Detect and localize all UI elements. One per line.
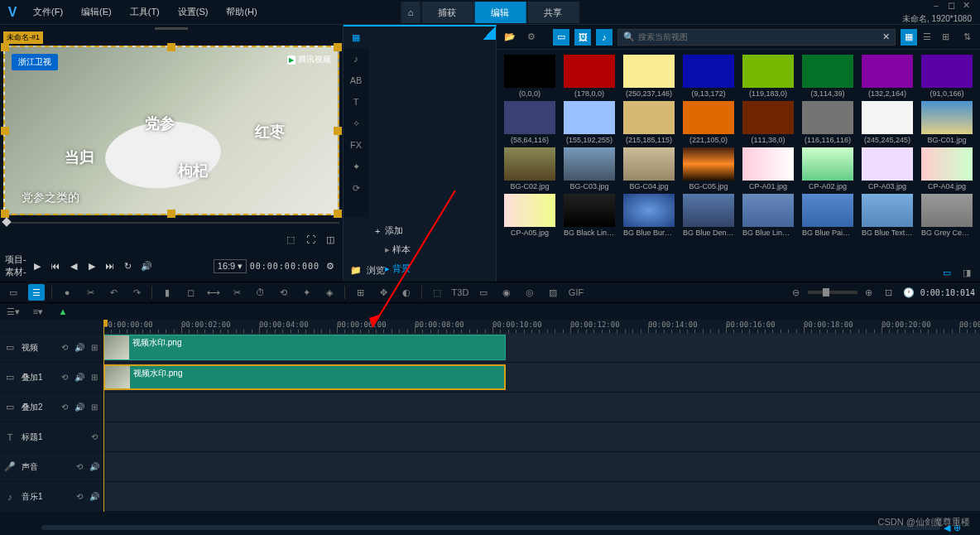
3d-icon[interactable]: T3D bbox=[452, 284, 468, 301]
library-item[interactable]: BG Blue Linen.j... bbox=[740, 194, 796, 237]
effect-icon[interactable]: ✦ bbox=[298, 284, 315, 301]
trim-icon[interactable]: ⟷ bbox=[205, 284, 222, 301]
mute-icon[interactable]: 🔊 bbox=[74, 342, 85, 354]
library-item[interactable]: CP-A01.jpg bbox=[740, 147, 796, 190]
library-item[interactable]: (91,0,166) bbox=[919, 55, 975, 98]
library-item[interactable]: BG Blue Textur... bbox=[859, 194, 915, 237]
select-icon[interactable]: ◻ bbox=[182, 284, 199, 301]
tools-icon[interactable]: ✂ bbox=[82, 284, 98, 301]
library-item[interactable]: BG-C03.jpg bbox=[561, 147, 617, 190]
resize-handle[interactable] bbox=[167, 43, 175, 51]
lock-icon[interactable]: ⟲ bbox=[59, 372, 70, 383]
step-back-button[interactable]: ◀ bbox=[66, 258, 81, 273]
split-icon[interactable]: ◫ bbox=[323, 232, 338, 247]
timeline-icon[interactable]: ☰ bbox=[28, 284, 45, 301]
playhead[interactable] bbox=[103, 320, 104, 512]
marker-icon[interactable]: ▮ bbox=[159, 284, 175, 301]
settings-icon[interactable]: ⚙ bbox=[323, 258, 338, 273]
speed-icon[interactable]: ⏱ bbox=[252, 284, 268, 301]
library-item[interactable]: (132,2,164) bbox=[859, 55, 915, 98]
tab-path-icon[interactable]: ⟳ bbox=[343, 177, 368, 199]
pan-icon[interactable]: ✥ bbox=[375, 284, 392, 301]
library-item[interactable]: BG-C02.jpg bbox=[502, 147, 558, 190]
transition-icon[interactable]: ◈ bbox=[321, 284, 338, 301]
lock-icon[interactable]: ⟲ bbox=[89, 431, 100, 443]
close-button[interactable]: ✕ bbox=[960, 0, 972, 12]
search-input[interactable]: 🔍 ✕ bbox=[617, 29, 896, 46]
zoom-in-icon[interactable]: ⊕ bbox=[861, 284, 877, 301]
scrubber[interactable] bbox=[3, 219, 339, 227]
redo-icon[interactable]: ↷ bbox=[128, 284, 145, 301]
crop-icon[interactable]: ⬚ bbox=[429, 284, 445, 301]
zoom-out-icon[interactable]: ⊖ bbox=[788, 284, 805, 301]
filter-video-icon[interactable]: ▭ bbox=[553, 29, 569, 46]
minimize-button[interactable]: − bbox=[930, 0, 942, 12]
library-item[interactable]: (155,192,255) bbox=[561, 101, 617, 144]
loop-button[interactable]: ↻ bbox=[121, 258, 136, 273]
resize-handle[interactable] bbox=[167, 210, 175, 218]
library-item[interactable]: (58,64,116) bbox=[502, 101, 558, 144]
storyboard-icon[interactable]: ▭ bbox=[5, 284, 22, 301]
resize-handle[interactable] bbox=[1, 127, 9, 135]
tab-share[interactable]: 共享 bbox=[526, 1, 579, 24]
clip-video[interactable]: 视频水印.png bbox=[103, 335, 506, 360]
library-item[interactable]: CP-A05.jpg bbox=[502, 194, 558, 237]
library-item[interactable]: (119,183,0) bbox=[740, 55, 796, 98]
resize-handle[interactable] bbox=[334, 127, 342, 135]
clip-overlay[interactable]: 视频水印.png bbox=[103, 364, 506, 390]
panel-toggle-icon[interactable]: ◨ bbox=[958, 264, 975, 281]
step-fwd-button[interactable]: ▶ bbox=[84, 258, 99, 273]
library-item[interactable]: BG Blue Burst.j... bbox=[621, 194, 677, 237]
track-menu-icon[interactable]: ☰▾ bbox=[5, 303, 22, 320]
library-item[interactable]: BG Blue Paint.j... bbox=[800, 194, 856, 237]
menu-edit[interactable]: 编辑(E) bbox=[73, 1, 120, 23]
tree-background[interactable]: 背景 bbox=[372, 259, 492, 278]
pin-icon[interactable] bbox=[483, 27, 496, 40]
menu-settings[interactable]: 设置(S) bbox=[170, 1, 217, 23]
library-item[interactable]: BG Blue Denim... bbox=[680, 194, 737, 237]
lock-icon[interactable]: ⟲ bbox=[74, 461, 85, 473]
prev-button[interactable]: ⏮ bbox=[48, 258, 63, 273]
filter-image-icon[interactable]: 🖼 bbox=[574, 29, 591, 46]
library-item[interactable]: (245,245,245) bbox=[859, 101, 915, 144]
library-item[interactable]: BG-C04.jpg bbox=[621, 147, 677, 190]
view-detail-icon[interactable]: ⊞ bbox=[937, 29, 954, 46]
tree-sample[interactable]: 样本 bbox=[372, 240, 492, 259]
library-item[interactable]: (0,0,0) bbox=[502, 55, 558, 98]
library-item[interactable]: (250,237,146) bbox=[621, 55, 677, 98]
library-item[interactable]: BG-C05.jpg bbox=[680, 147, 737, 190]
split-icon[interactable]: ✂ bbox=[228, 284, 245, 301]
tab-fx-icon[interactable]: FX bbox=[343, 134, 368, 156]
grid-icon[interactable]: ⊞ bbox=[89, 342, 100, 354]
lock-icon[interactable]: ⟲ bbox=[59, 342, 70, 354]
track-title1-header[interactable]: T 标题1 ⟲ bbox=[0, 422, 103, 452]
crop-icon[interactable]: ⬚ bbox=[283, 232, 298, 247]
library-item[interactable]: (221,105,0) bbox=[680, 101, 737, 144]
library-item[interactable]: BG-C01.jpg bbox=[919, 101, 975, 144]
play-button[interactable]: ▶ bbox=[30, 258, 45, 273]
tab-capture[interactable]: 捕获 bbox=[420, 1, 473, 24]
gif-icon[interactable]: GIF bbox=[568, 284, 584, 301]
library-item[interactable]: BG Grey Ceme... bbox=[919, 194, 975, 237]
mute-icon[interactable]: 🔊 bbox=[89, 491, 100, 503]
library-item[interactable]: (3,114,39) bbox=[800, 55, 856, 98]
preview-viewport[interactable]: 浙江卫视 腾讯视频 党参 红枣 当归 枸杞 党参之类的 bbox=[3, 46, 339, 215]
next-button[interactable]: ⏭ bbox=[103, 258, 118, 273]
tab-graphics-icon[interactable]: ✧ bbox=[343, 113, 368, 134]
library-item[interactable]: CP-A03.jpg bbox=[859, 147, 915, 190]
fit-icon[interactable]: ⊡ bbox=[881, 284, 897, 301]
tab-media-icon[interactable]: ▦ bbox=[343, 27, 368, 48]
chroma-icon[interactable]: ▨ bbox=[545, 284, 561, 301]
library-item[interactable]: (111,38,0) bbox=[740, 101, 796, 144]
mute-icon[interactable]: 🔊 bbox=[74, 372, 85, 383]
clock-icon[interactable]: 🕐 bbox=[901, 284, 917, 301]
resize-handle[interactable] bbox=[1, 210, 9, 218]
track-options-icon[interactable]: ≡▾ bbox=[30, 303, 46, 320]
import-icon[interactable]: 📂 bbox=[502, 29, 518, 46]
library-item[interactable]: (178,0,0) bbox=[561, 55, 617, 98]
tab-title-icon[interactable]: T bbox=[343, 91, 368, 113]
volume-button[interactable]: 🔊 bbox=[139, 258, 154, 273]
library-item[interactable]: CP-A04.jpg bbox=[919, 147, 975, 190]
motion-icon[interactable]: ◉ bbox=[498, 284, 515, 301]
add-button[interactable]: +添加 bbox=[372, 221, 492, 240]
